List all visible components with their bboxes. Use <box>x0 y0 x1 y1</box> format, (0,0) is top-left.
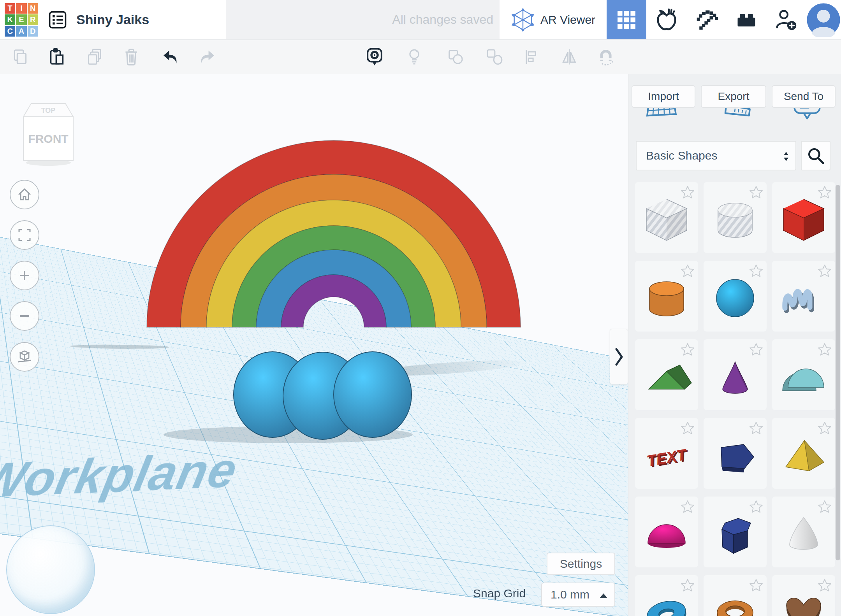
snap-grid-label: Snap Grid <box>473 587 526 600</box>
shape-tile-round-roof[interactable] <box>772 339 835 410</box>
logo-cell-E: E <box>16 14 26 25</box>
shape-tile-half-sphere[interactable] <box>635 497 698 567</box>
minecraft-export-button[interactable] <box>687 0 727 39</box>
shape-tile-pyramid[interactable] <box>772 418 835 489</box>
svg-text:TEXT: TEXT <box>645 446 689 470</box>
list-icon <box>48 10 68 30</box>
design-menu-button[interactable] <box>48 10 68 30</box>
shape-tile-tube[interactable] <box>704 575 767 616</box>
paste-icon <box>48 47 66 66</box>
design-title[interactable]: Shiny Jaiks <box>76 0 149 39</box>
logo-cell-C: C <box>5 26 15 37</box>
lightbulb-icon <box>405 47 424 66</box>
snap-grid-value: 1.0 mm <box>551 588 589 601</box>
logo-cell-K: K <box>5 14 15 25</box>
shape-tile-hex-prism[interactable] <box>704 497 767 567</box>
home-view-button[interactable] <box>10 180 39 209</box>
zoom-out-button[interactable] <box>10 301 39 331</box>
shape-tile-box-hole[interactable] <box>635 182 698 253</box>
ungroup-icon <box>485 47 504 66</box>
pyramid-shape-icon <box>776 427 831 482</box>
shape-tile-scribble[interactable] <box>772 261 835 332</box>
rainbow-object[interactable] <box>144 134 524 329</box>
shape-tile-torus[interactable] <box>635 575 698 616</box>
logo-cell-R: R <box>28 14 38 25</box>
magnet-icon <box>596 47 615 66</box>
bubble-object[interactable] <box>6 525 95 614</box>
collapse-panel-tab[interactable] <box>610 329 628 384</box>
logo-cell-N: N <box>28 3 38 14</box>
search-button[interactable] <box>801 141 830 170</box>
export-button[interactable]: Export <box>701 85 766 108</box>
fit-view-button[interactable] <box>10 220 39 250</box>
shape-tile-box[interactable] <box>772 182 835 253</box>
undo-button[interactable] <box>161 47 180 67</box>
tinkercad-logo[interactable]: TINKERCAD <box>5 3 38 37</box>
plus-icon <box>16 267 33 284</box>
scribble-shape-icon <box>776 270 831 325</box>
brick-icon <box>735 8 758 32</box>
text-shape-icon: TEXT TEXT <box>639 427 694 482</box>
cylinder-shape-icon <box>639 270 694 325</box>
eye-pin-icon <box>365 47 384 67</box>
canvas-viewport[interactable]: Workplane TOP FRONT <box>0 74 628 616</box>
shape-tile-roof[interactable] <box>635 339 698 410</box>
save-status-block: All changes saved <box>226 0 500 39</box>
show-hide-button[interactable] <box>365 47 384 67</box>
group-button[interactable] <box>446 47 465 66</box>
paraboloid-shape-icon <box>776 506 831 560</box>
minecraft-pickaxe-icon <box>695 8 718 32</box>
show-all-button[interactable] <box>405 47 424 66</box>
view-cube[interactable]: TOP FRONT <box>19 98 78 167</box>
ungroup-button[interactable] <box>485 47 504 66</box>
perspective-toggle-button[interactable] <box>10 342 39 372</box>
invite-button[interactable] <box>766 0 806 39</box>
redo-button[interactable] <box>197 47 217 67</box>
shape-category-select[interactable]: Basic Shapes <box>636 141 796 170</box>
invite-person-icon <box>774 8 798 32</box>
half-sphere-shape-icon <box>639 506 694 560</box>
search-icon <box>806 146 826 166</box>
shape-tile-cone[interactable] <box>704 339 767 410</box>
ar-viewer-label: AR Viewer <box>540 13 595 26</box>
save-status-text: All changes saved <box>392 12 493 27</box>
sim-lab-button[interactable] <box>646 0 687 39</box>
ar-viewer-button[interactable]: AR Viewer <box>500 0 606 39</box>
shape-tile-heart[interactable] <box>772 575 835 616</box>
shape-tile-polygon[interactable] <box>704 418 767 489</box>
roof-shape-icon <box>639 349 694 403</box>
avatar-icon <box>806 3 841 37</box>
undo-icon <box>161 47 180 67</box>
group-icon <box>446 47 465 66</box>
sphere-object-2[interactable] <box>334 352 412 437</box>
delete-button[interactable] <box>122 47 141 66</box>
align-button[interactable] <box>522 47 540 66</box>
hex-prism-shape-icon <box>708 506 762 560</box>
edit-toolbar: Import Export Send To <box>0 39 841 74</box>
import-button[interactable]: Import <box>632 85 695 108</box>
sphere-objects[interactable] <box>232 351 414 440</box>
shape-tile-paraboloid[interactable] <box>772 497 835 567</box>
account-avatar[interactable] <box>806 0 841 39</box>
select-arrows-icon <box>783 151 789 162</box>
shape-tile-text[interactable]: TEXT TEXT <box>635 418 698 489</box>
send-to-button[interactable]: Send To <box>772 85 836 108</box>
view-cube-top-label: TOP <box>41 107 56 114</box>
mirror-icon <box>560 47 579 66</box>
copy-button[interactable] <box>11 47 30 66</box>
scrollbar-thumb[interactable] <box>836 185 840 560</box>
shape-tile-sphere[interactable] <box>704 261 767 332</box>
paste-button[interactable] <box>48 47 66 66</box>
logo-cell-I: I <box>16 3 26 14</box>
minus-icon <box>16 307 33 325</box>
mirror-button[interactable] <box>560 47 579 66</box>
snap-grid-select[interactable]: 1.0 mm <box>541 583 615 607</box>
blocks-view-button[interactable] <box>607 0 646 39</box>
duplicate-button[interactable] <box>85 47 104 66</box>
shape-tile-cylinder[interactable] <box>635 261 698 332</box>
workplane-magnet-button[interactable] <box>596 47 615 66</box>
settings-button[interactable]: Settings <box>547 553 615 575</box>
shape-tile-cylinder-hole[interactable] <box>704 182 767 253</box>
bricks-export-button[interactable] <box>727 0 766 39</box>
zoom-in-button[interactable] <box>10 261 39 290</box>
